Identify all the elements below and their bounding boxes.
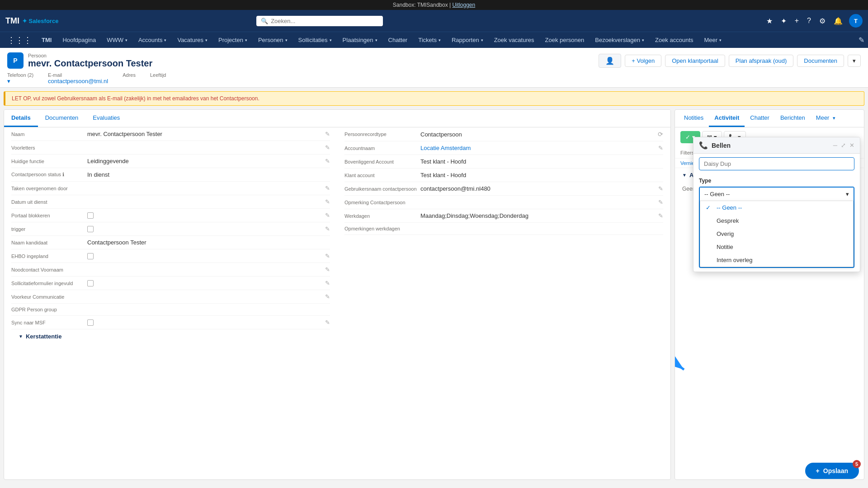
menu-zoek-accounts[interactable]: Zoek accounts — [651, 34, 698, 46]
app-logo: TMI ✦ Salesforce — [5, 16, 58, 26]
field-bovenliggend-account: Bovenliggend Account Test klant - Hoofd — [344, 155, 663, 169]
field-klant-account: Klant account Test klant - Hoofd — [344, 169, 663, 182]
type-select[interactable]: -- Geen -- ▾ ✓ -- Geen -- Gesprek — [699, 187, 854, 268]
type-option-geen[interactable]: ✓ -- Geen -- — [700, 201, 853, 214]
menu-zoek-vacatures[interactable]: Zoek vacatures — [490, 34, 539, 46]
menu-sollicitaties[interactable]: Sollicitaties▾ — [294, 34, 336, 46]
field-accountnaam: Accountnaam Locatie Amsterdam ✎ — [344, 141, 663, 155]
field-sollicitatieformulier: Sollicitatieformulier ingevuld ✎ — [11, 277, 330, 290]
sf-label: ✦ Salesforce — [22, 18, 58, 24]
tab-chatter[interactable]: Chatter — [745, 110, 775, 127]
tab-documenten[interactable]: Documenten — [38, 110, 86, 127]
field-gebruikersnaam: Gebruikersnaam contactpersoon contactper… — [344, 182, 663, 196]
tab-activiteit[interactable]: Activiteit — [709, 110, 745, 127]
sandbox-text: Sandbox: TMISandbox | — [393, 2, 451, 8]
favorites-button[interactable]: ★ — [764, 15, 774, 27]
field-huidige-functie: Huidige functie Leidinggevende ✎ — [11, 155, 330, 168]
app-brand: TMI — [37, 34, 56, 46]
phone-modal-icon: 📞 — [699, 141, 708, 150]
menu-tickets[interactable]: Tickets▾ — [414, 34, 445, 46]
opslaan-badge: 5 — [853, 460, 861, 468]
field-noodcontact: Noodcontact Voornaam ✎ — [11, 263, 330, 277]
bellen-title: 📞 Bellen — [699, 141, 731, 150]
email-label: E-mail — [48, 72, 108, 78]
tab-evaluaties[interactable]: Evaluaties — [85, 110, 127, 127]
tab-berichten[interactable]: Berichten — [775, 110, 811, 127]
type-option-intern-overleg[interactable]: Intern overleg — [700, 253, 853, 267]
app-menu: ⋮⋮⋮ TMI Hoofdpagina WWW▾ Accounts▾ Vacat… — [0, 32, 868, 48]
field-sync-msf: Sync naar MSF ✎ — [11, 316, 330, 329]
bellen-title-text: Bellen — [712, 142, 731, 149]
documenten-button[interactable]: Documenten — [797, 55, 844, 67]
field-voorkeur-communicatie: Voorkeur Communicatie ✎ — [11, 290, 330, 304]
opslaan-plus-icon: + — [816, 467, 820, 474]
sandbox-banner: Sandbox: TMISandbox | Uitloggen — [0, 0, 868, 10]
record-meta: Telefoon (2) ▾ E-mail contactpersoon@tmi… — [7, 72, 861, 87]
waffle-button[interactable]: ✦ — [779, 15, 788, 27]
avatar[interactable]: T — [849, 14, 863, 28]
menu-accounts[interactable]: Accounts▾ — [134, 34, 171, 46]
menu-personen[interactable]: Personen▾ — [254, 34, 292, 46]
email-value[interactable]: contactpersoon@tmi.nl — [48, 78, 108, 84]
type-dropdown: ✓ -- Geen -- Gesprek Overig — [700, 201, 854, 267]
field-ehbo: EHBO ingepland ✎ — [11, 249, 330, 263]
more-actions-button[interactable]: ▾ — [848, 55, 861, 67]
record-title: mevr. Contactpersoon Tester — [28, 58, 152, 69]
afspraak-button[interactable]: Plan afspraak (oud) — [729, 55, 793, 67]
type-option-gesprek[interactable]: Gesprek — [700, 214, 853, 227]
menu-zoek-personen[interactable]: Zoek personen — [541, 34, 589, 46]
search-input[interactable] — [271, 18, 378, 24]
volgen-button[interactable]: + Volgen — [625, 55, 661, 67]
menu-plaatsingen[interactable]: Plaatsingen▾ — [338, 34, 382, 46]
tab-meer[interactable]: Meer ▾ — [811, 110, 841, 127]
record-header: P Persoon mevr. Contactpersoon Tester 👤 … — [0, 48, 868, 88]
tab-details[interactable]: Details — [4, 110, 38, 127]
adres-label: Adres — [123, 72, 136, 78]
menu-projecten[interactable]: Projecten▾ — [214, 34, 252, 46]
app-switcher-icon[interactable]: ⋮⋮⋮ — [4, 33, 35, 48]
menu-chatter[interactable]: Chatter — [384, 34, 412, 46]
telefoon-label: Telefoon (2) — [7, 72, 33, 78]
record-type-label: Persoon — [28, 53, 152, 58]
edit-nav-icon[interactable]: ✎ — [859, 36, 864, 44]
klantportaal-button[interactable]: Open klantportaal — [665, 55, 725, 67]
menu-vacatures[interactable]: Vacatures▾ — [173, 34, 212, 46]
search-bar[interactable]: 🔍 — [256, 16, 383, 26]
menu-www[interactable]: WWW▾ — [102, 34, 132, 46]
help-button[interactable]: ? — [805, 15, 813, 27]
kerstattentie-label: Kerstattentie — [26, 333, 61, 340]
add-button[interactable]: + — [793, 15, 801, 27]
field-naam-kandidaat: Naam kandidaat Contactpersoon Tester — [11, 236, 330, 249]
field-column-left: Naam mevr. Contactpersoon Tester ✎ Voorl… — [4, 127, 337, 343]
notifications-button[interactable]: 🔔 — [832, 15, 844, 27]
menu-bezoekverslagen[interactable]: Bezoekverslagen▾ — [590, 34, 649, 46]
telefoon-value[interactable]: ▾ — [7, 78, 33, 84]
type-select-display[interactable]: -- Geen -- ▾ — [700, 188, 854, 201]
minimize-button[interactable]: ─ — [833, 142, 837, 149]
type-option-overig[interactable]: Overig — [700, 227, 853, 240]
nav-bar: TMI ✦ Salesforce 🔍 ★ ✦ + ? ⚙ 🔔 T — [0, 10, 868, 32]
search-icon: 🔍 — [261, 18, 268, 24]
section-kerstattentie[interactable]: ▼ Kerstattentie — [11, 329, 330, 343]
close-button[interactable]: ✕ — [849, 142, 854, 149]
field-opmerking-contactpersoon: Opmerking Contactpersoon ✎ — [344, 196, 663, 209]
avatar-btn[interactable]: 👤 — [599, 54, 621, 68]
type-section: Type -- Geen -- ▾ ✓ -- Geen -- Gesprek — [693, 174, 860, 272]
logout-link[interactable]: Uitloggen — [452, 2, 475, 8]
refresh-icon[interactable]: ⟳ — [658, 131, 663, 138]
opslaan-button[interactable]: + Opslaan 5 — [805, 463, 859, 479]
field-trigger: trigger ✎ — [11, 222, 330, 236]
menu-rapporten[interactable]: Rapporten▾ — [447, 34, 488, 46]
aanstaande-chevron: ▼ — [682, 173, 687, 178]
menu-hoofdpagina[interactable]: Hoofdpagina — [58, 34, 100, 46]
tab-notities[interactable]: Notities — [679, 110, 709, 127]
expand-button[interactable]: ⤢ — [841, 142, 846, 149]
record-header-info: Persoon mevr. Contactpersoon Tester — [28, 53, 152, 69]
type-selected-value: -- Geen -- — [704, 191, 730, 197]
bellen-header: 📞 Bellen ─ ⤢ ✕ — [693, 137, 860, 154]
bellen-search-input[interactable] — [699, 157, 854, 170]
leeftijd-label: Leeftijd — [150, 72, 166, 78]
type-option-notitie[interactable]: Notitie — [700, 240, 853, 253]
settings-button[interactable]: ⚙ — [817, 15, 827, 27]
menu-meer[interactable]: Meer▾ — [700, 34, 726, 46]
